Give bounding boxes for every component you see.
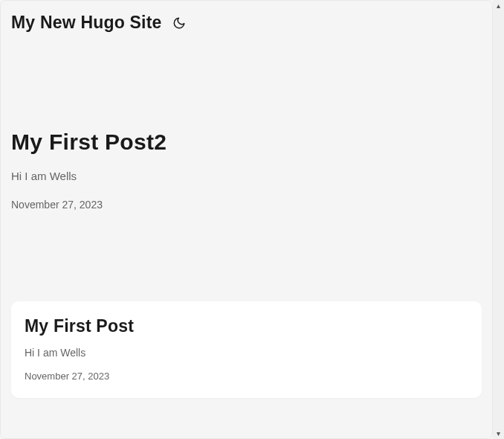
post-card-title: My First Post: [25, 316, 468, 336]
featured-post: My First Post2 Hi I am Wells November 27…: [1, 48, 492, 240]
post-card[interactable]: My First Post Hi I am Wells November 27,…: [11, 301, 482, 398]
featured-post-title: My First Post2: [11, 129, 482, 155]
moon-icon: [172, 16, 186, 30]
post-list: My First Post Hi I am Wells November 27,…: [1, 240, 492, 413]
theme-toggle-button[interactable]: [172, 16, 186, 30]
site-title-link[interactable]: My New Hugo Site: [11, 13, 162, 33]
scrollbar-track[interactable]: ▴ ▾: [493, 0, 504, 439]
post-card-date: November 27, 2023: [25, 371, 468, 382]
post-card-summary: Hi I am Wells: [25, 347, 468, 359]
featured-post-summary: Hi I am Wells: [11, 170, 482, 182]
site-footer: © 2023 My New Hugo Site Powered by Hugo …: [1, 413, 492, 439]
site-header: My New Hugo Site: [1, 1, 492, 48]
scroll-up-icon[interactable]: ▴: [493, 0, 504, 11]
page-wrapper: My New Hugo Site My First Post2 Hi I am …: [0, 0, 493, 439]
featured-post-date: November 27, 2023: [11, 199, 482, 211]
scroll-down-icon[interactable]: ▾: [493, 428, 504, 439]
